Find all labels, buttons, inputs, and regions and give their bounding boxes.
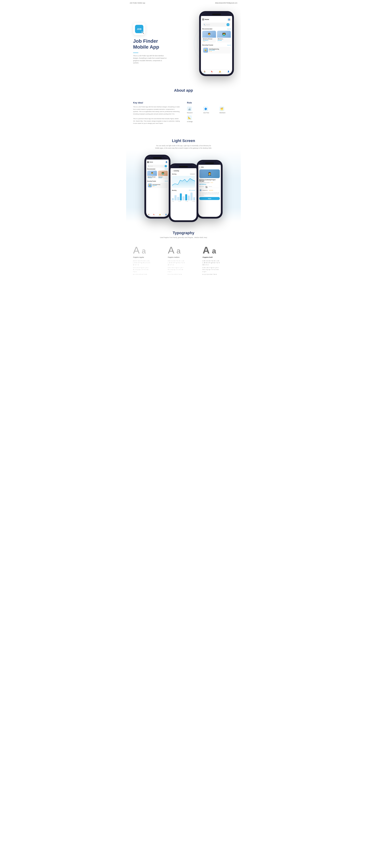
phone-content: Home 👤 🔍 Search ⊞ Recommended <box>201 16 232 68</box>
job-card-img-2: 👩‍💻 <box>217 31 231 38</box>
typography-section: Typography Used Poppins Font Family, gen… <box>126 222 241 282</box>
bar-9 <box>193 197 195 200</box>
search-bar[interactable]: 🔍 Search ⊞ <box>202 23 231 27</box>
phone-header-left: Home <box>202 19 209 20</box>
typo-bold: A a Poppins bold A B C D E F G H I J KL … <box>203 245 234 276</box>
role-userflow: 🔷 User Flow <box>203 106 218 114</box>
typo-name-regular: Poppins regular <box>133 256 144 258</box>
role-research: 🔬 Research <box>187 106 201 114</box>
typography-heading: Typography <box>133 231 234 235</box>
notification-nav-icon: 🔔 <box>219 71 221 72</box>
typo-big-medium: A a <box>168 245 180 255</box>
chart-svg <box>172 176 195 188</box>
phone-activity: ‹ Activity Earning 26 Jun ▾ <box>169 163 198 222</box>
search-filter-btn[interactable]: ⊞ <box>227 23 229 26</box>
job-cards: 🧑‍💼 Marketing Manager $45.00/Hour ★ 4.9 … <box>202 31 231 42</box>
typo-upper-regular: A B C D E F G H I J KL M N O P Q R S T U… <box>133 260 150 266</box>
grid-icon-2 <box>147 161 149 163</box>
recent-job-item[interactable]: 👷 Civil Engineering $55.00/Hour ★ 4.9 <box>202 47 231 54</box>
job-detail-image: 🤵 <box>199 169 220 178</box>
location-icon: 📍 <box>199 182 200 183</box>
recently-header: Recently Posted View All <box>202 44 231 46</box>
bar-3 <box>177 197 179 200</box>
save-icon-2: 🔖 <box>153 214 154 215</box>
hero-description: This is a Job Finder App with the best i… <box>133 55 168 64</box>
nav-notification[interactable]: 🔔 Notification <box>218 71 222 73</box>
phone-home-2: Home 👤 🔍 Search ⊞ Recommended View All <box>144 155 170 219</box>
research-icon: 🔬 <box>187 106 192 111</box>
typo-upper-medium: A B C D E F G H I J KL M N O P Q R S T U… <box>168 260 185 266</box>
profile-nav-icon: 👤 <box>227 71 229 72</box>
bar-4 <box>180 193 182 200</box>
phone-notch <box>201 13 232 16</box>
top-bar: Job Finder Mobile App didarulislam050799… <box>126 0 241 6</box>
phone-mockup: Home 👤 🔍 Search ⊞ Recommended <box>199 11 234 76</box>
typography-sub: Used Poppins Font Family, generally used… <box>133 237 234 238</box>
light-screen-sub: You can easily use light mode in this ap… <box>154 145 213 150</box>
typo-numbers-regular: 0 1 2 3 4 5 6 7 8 9 <box>133 273 147 276</box>
jobs-back-icon[interactable]: ‹ <box>199 166 200 168</box>
about-left: Key idea! This is a Job Finder App with … <box>133 101 180 125</box>
search-bar-2[interactable]: 🔍 Search ⊞ <box>147 165 168 167</box>
app-name: Job Finder Mobile App <box>130 2 145 4</box>
search-icon: 🔍 <box>204 24 205 26</box>
bar-8 <box>191 192 192 200</box>
reviewer-avatar: 👤 <box>199 189 202 191</box>
nav-profile[interactable]: 👤 Profile <box>227 71 230 73</box>
bar-1 <box>172 198 174 200</box>
profile-icon-2: 👤 <box>165 214 167 215</box>
role-wireframe: 🗂️ Wireframe <box>220 106 234 114</box>
user-avatar: 👤 <box>227 18 231 21</box>
nav-home[interactable]: 🏠 Home <box>203 71 206 73</box>
job-rating: ★ 4.6 <box>210 182 213 183</box>
back-icon[interactable]: ‹ <box>172 170 172 172</box>
bar-6 <box>185 194 187 200</box>
bottom-nav: 🏠 Home 🔖 Save 🔔 Notification 👤 <box>201 69 232 74</box>
typo-big-bold: A a <box>203 245 216 255</box>
line-chart <box>172 176 195 188</box>
phone-jobs: ‹ Jobs 🤵 Business Continuity Project Man… <box>197 160 223 219</box>
typo-lower-medium: a b c d e f g h i j k lm n o p q r s t u… <box>168 267 183 273</box>
apply-button[interactable]: Apply <box>199 197 220 200</box>
about-heading: About app <box>133 88 234 93</box>
bar-2 <box>174 195 176 200</box>
job-card-img-1: 🧑‍💼 <box>202 31 216 38</box>
light-screen-heading: Light Screen <box>133 138 234 143</box>
recommended-header: Recommended View All <box>202 28 231 30</box>
light-screen-section: Light Screen You can easily use light mo… <box>126 132 241 150</box>
about-section: About app <box>126 80 241 98</box>
home-icon-2: 🏠 <box>148 214 150 215</box>
job-card-1[interactable]: 🧑‍💼 Marketing Manager $45.00/Hour ★ 4.9 <box>202 31 216 42</box>
role-grid: 🔬 Research 🔷 User Flow 🗂️ Wireframe 📐 UI… <box>187 106 234 122</box>
logo-inner: JOB <box>135 25 143 33</box>
nav-save[interactable]: 🔖 Save <box>211 71 213 73</box>
notch-pill <box>212 14 221 15</box>
typo-numbers-medium: 0 1 2 3 4 5 6 7 8 9 <box>168 273 182 276</box>
typo-regular: A a Poppins regular A B C D E F G H I J … <box>133 245 164 276</box>
hero-left: JOB Job Finder Mobile App This is a Job … <box>133 23 184 64</box>
tab-map[interactable]: Map <box>205 186 207 188</box>
activity-notch <box>170 165 197 168</box>
typo-lower-regular: a b c d e f g h i j k lm n o p q r s t u… <box>133 267 148 273</box>
phone-header: Home 👤 <box>202 18 231 21</box>
review-stars: ★★★★★ <box>209 190 213 191</box>
recent-job-img: 👷 <box>203 48 208 53</box>
phone-screen: Home 👤 🔍 Search ⊞ Recommended <box>201 13 232 74</box>
tab-description[interactable]: Description <box>199 186 204 188</box>
save-nav-icon: 🔖 <box>211 71 213 72</box>
hero-section: JOB Job Finder Mobile App This is a Job … <box>126 6 241 80</box>
about-content: Key idea! This is a Job Finder App with … <box>126 98 241 132</box>
hero-title: Job Finder Mobile App <box>133 38 184 50</box>
job-card-2[interactable]: 👩‍💻 Web Devo... $78.00/Hr <box>217 31 231 42</box>
typo-big-regular: A a <box>133 245 146 255</box>
typo-medium: A a Poppins medium A B C D E F G H I J K… <box>168 245 199 276</box>
typo-name-bold: Poppins bold <box>203 256 213 258</box>
about-right: Role 🔬 Research 🔷 User Flow 🗂️ Wireframe… <box>187 101 234 125</box>
typo-upper-bold: A B C D E F G H I J KL M N O P Q R S T U… <box>203 260 220 266</box>
grid-icon <box>202 19 204 20</box>
tab-review[interactable]: Review <box>209 186 212 188</box>
userflow-icon: 🔷 <box>203 106 208 111</box>
uidesign-icon: 📐 <box>187 115 192 120</box>
hero-divider <box>133 53 138 53</box>
notif-icon-2: 🔔 <box>159 214 161 215</box>
